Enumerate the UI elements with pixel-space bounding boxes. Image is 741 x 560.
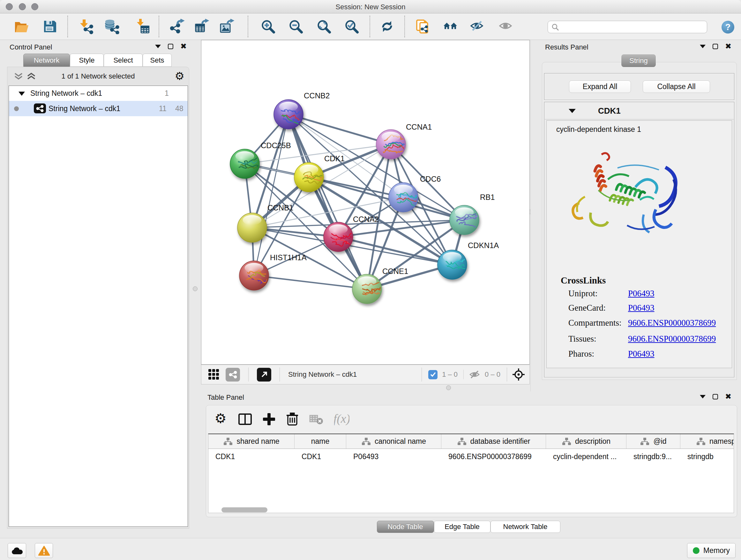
column-type-icon [640,437,650,446]
tab-style[interactable]: Style [70,54,104,67]
panel-menu-icon[interactable] [155,45,161,48]
left-splitter-handle[interactable] [193,287,198,291]
graph-node-CCNE1[interactable]: CCNE1 [352,267,408,304]
collapse-all-button[interactable]: Collapse All [643,80,710,93]
graph-edge[interactable] [254,275,367,289]
refresh-button[interactable] [378,17,396,36]
collapse-all-icon[interactable] [14,72,23,81]
crosslink-link[interactable]: 9606.ENSP00000378699 [628,334,716,344]
column-header-id[interactable]: @id [626,434,680,449]
selected-checkbox-icon[interactable] [428,370,437,379]
graph-node-CCNB1[interactable]: CCNB1 [238,203,293,242]
tree-expanded-icon[interactable] [18,91,25,96]
zoom-selected-button[interactable] [343,17,360,36]
tab-string[interactable]: String [621,54,656,67]
graph-node-RB1[interactable]: RB1 [450,193,495,235]
table-cell[interactable]: stringdb [680,449,734,464]
table-cell[interactable]: P06493 [346,449,441,464]
panel-close-icon[interactable]: ✖ [725,44,731,49]
graph-node-HIST1H1A[interactable]: HIST1H1A [239,253,307,290]
table-cell[interactable]: 9606.ENSP00000378699 [441,449,546,464]
table-gear-icon: ⚙ [213,412,228,427]
network-collection-row[interactable]: String Network – cdk1 1 [9,86,188,101]
export-image-button[interactable] [218,17,236,36]
table-cell[interactable]: cyclin-dependent ... [546,449,626,464]
horizontal-scrollbar[interactable] [221,507,267,512]
warning-button[interactable] [35,543,53,558]
network-canvas[interactable]: CCNB2 CCNA1 CDC25B CDK1 CDC6 RB1 CCNB1 C… [201,40,530,365]
open-in-new-window-icon[interactable] [257,368,271,381]
tab-node-table[interactable]: Node Table [377,521,434,533]
hide-selected-button[interactable] [468,17,486,36]
search-input[interactable] [548,21,707,33]
panel-close-icon[interactable]: ✖ [725,394,731,399]
tab-sets[interactable]: Sets [143,54,172,67]
gene-section-header[interactable]: CDK1 [545,103,734,119]
help-button[interactable]: ? [722,21,734,34]
delete-column-button[interactable] [284,411,300,427]
tab-network-table[interactable]: Network Table [490,521,560,533]
tab-select[interactable]: Select [104,54,143,67]
tab-network[interactable]: Network [23,54,70,67]
crosslink-link[interactable]: 9606.ENSP00000378699 [628,318,716,328]
copy-network-button[interactable] [414,17,432,36]
open-file-button[interactable] [12,17,30,36]
import-network-database-button[interactable] [103,17,121,36]
crosshair-icon[interactable] [512,368,525,381]
gear-icon[interactable]: ⚙ [175,70,185,82]
import-table-button[interactable] [134,17,152,36]
panel-menu-icon[interactable] [700,45,705,48]
add-column-button[interactable] [261,411,277,427]
column-header-description[interactable]: description [546,434,626,449]
column-header-name[interactable]: name [294,434,346,449]
crosslink-link[interactable]: P06493 [628,349,655,359]
graph-edge[interactable] [288,114,367,289]
column-header-shared-name[interactable]: shared name [208,434,294,449]
table-cell[interactable]: CDK1 [208,449,294,464]
split-view-button[interactable] [237,411,253,427]
export-table-button[interactable] [193,17,211,36]
import-network-file-button[interactable] [77,17,95,36]
panel-menu-icon[interactable] [700,395,705,398]
bottom-splitter-handle[interactable] [446,385,451,390]
graph-edge[interactable] [288,114,391,144]
section-expanded-icon[interactable] [569,109,576,113]
graph-node-CDC25B[interactable]: CDC25B [230,141,291,179]
network-selection-header: 1 of 1 Network selected ⚙ [7,68,189,84]
table-row[interactable]: CDK1CDK1P064939606.ENSP00000378699cyclin… [208,449,734,464]
panel-float-icon[interactable] [713,394,718,399]
column-header-canonical-name[interactable]: canonical name [346,434,441,449]
birds-eye-share-icon[interactable] [226,368,240,381]
table-cell[interactable]: stringdb:9... [626,449,680,464]
crosslink-link[interactable]: P06493 [628,303,655,313]
zoom-out-button[interactable] [287,17,305,36]
export-network-button[interactable] [169,17,186,36]
grid-view-icon[interactable] [208,368,220,381]
results-scroll-box: CDK1 cyclin-dependent kinase 1 CrossLink… [544,102,734,377]
graph-node-CDK1[interactable]: CDK1 [294,154,345,192]
graph-node-CDC6[interactable]: CDC6 [389,175,441,212]
graph-node-CCNA1[interactable]: CCNA1 [376,123,432,159]
memory-button[interactable]: Memory [687,543,736,558]
zoom-fit-button[interactable] [315,17,333,36]
search-field[interactable] [559,22,707,32]
tab-edge-table[interactable]: Edge Table [434,521,490,533]
expand-all-button[interactable]: Expand All [569,80,631,93]
crosslink-link[interactable]: P06493 [628,289,655,299]
show-all-button[interactable] [497,17,515,36]
panel-float-icon[interactable] [168,44,173,49]
network-row-selected[interactable]: String Network – cdk1 11 48 [9,101,188,116]
column-header-namespace[interactable]: namespace [680,434,734,449]
column-header-database-identifier[interactable]: database identifier [441,434,546,449]
panel-float-icon[interactable] [713,44,718,49]
graph-node-CDKN1A[interactable]: CDKN1A [437,241,499,279]
zoom-in-button[interactable] [259,17,277,36]
expand-all-icon[interactable] [26,72,36,81]
graph-edge[interactable] [309,177,464,220]
cloud-button[interactable] [8,543,26,558]
save-session-button[interactable] [41,17,59,36]
table-cell[interactable]: CDK1 [294,449,346,464]
table-gear-button[interactable]: ⚙ [212,411,228,427]
first-neighbors-button[interactable] [442,17,460,36]
panel-close-icon[interactable]: ✖ [180,44,187,49]
